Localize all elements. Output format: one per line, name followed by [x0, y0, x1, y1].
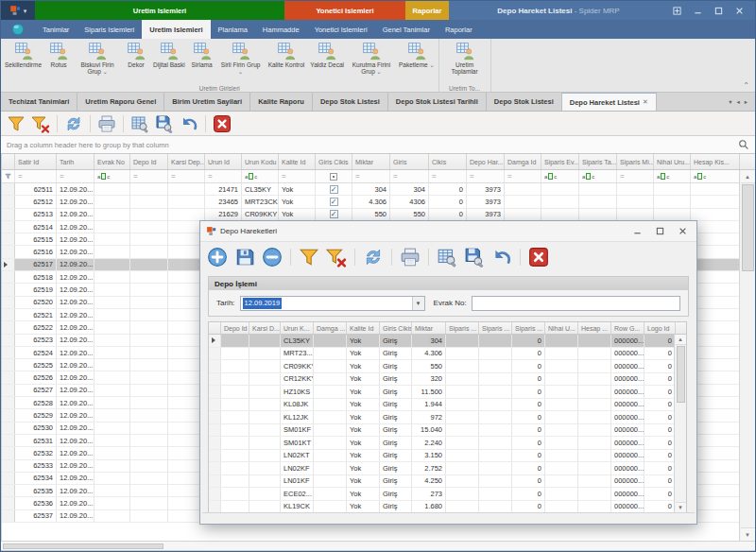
cell-s3[interactable]: 0 — [512, 411, 545, 423]
cell-damga[interactable] — [314, 411, 347, 423]
cell-satir[interactable]: 62525 — [15, 359, 57, 371]
scroll-up-icon[interactable]: ▲ — [741, 170, 755, 183]
cell-kalite[interactable]: Yok — [347, 373, 380, 386]
cell-depo[interactable] — [221, 488, 249, 500]
cell-logo[interactable]: 0 — [644, 462, 676, 474]
cell-hesap[interactable] — [691, 497, 740, 509]
cell-urun[interactable]: MRT23... — [281, 348, 314, 360]
cell-evrak[interactable] — [94, 209, 130, 220]
cell-satir[interactable]: 62518 — [15, 271, 57, 283]
ribbon-button-sekillendirme[interactable]: Sekillendirme — [2, 41, 44, 82]
cell-miktar[interactable]: 972 — [412, 411, 446, 423]
cell-s1[interactable] — [446, 360, 479, 372]
cell-depo[interactable] — [130, 196, 168, 207]
scrollbar-thumb[interactable] — [742, 184, 754, 271]
filter-cell-kalite[interactable]: = — [279, 170, 316, 182]
doc-tab-uretim-raporu-genel[interactable]: Uretim Raporu Genel — [77, 93, 164, 111]
cell-urun_id[interactable]: 21629 — [205, 209, 242, 220]
cell-karsi[interactable] — [249, 462, 281, 474]
table-row[interactable]: KL12JKYokGiriş9720000000...0 — [209, 411, 686, 424]
column-header-karsi[interactable]: Karsi Dep... — [168, 154, 205, 169]
search-icon[interactable] — [738, 139, 749, 150]
cell-satir[interactable]: 62536 — [15, 497, 57, 509]
cell-s2[interactable] — [479, 360, 512, 372]
cell-s1[interactable] — [446, 424, 479, 437]
cell-depo[interactable] — [221, 450, 249, 462]
cell-hesap[interactable] — [691, 183, 740, 195]
cell-karsi[interactable] — [249, 501, 281, 513]
cell-urun[interactable]: KL12JK — [281, 411, 314, 423]
cell-rowg[interactable]: 000000... — [611, 335, 644, 347]
cell-hesap[interactable] — [691, 435, 740, 446]
cell-kalite[interactable]: Yok — [347, 437, 380, 449]
table-row[interactable]: CL35KYYokGiriş3040000000...0 — [209, 335, 686, 348]
cell-s1[interactable] — [446, 501, 479, 513]
cell-hesap[interactable] — [578, 488, 611, 500]
save-export-button[interactable] — [463, 246, 486, 268]
cell-karsi[interactable] — [249, 348, 281, 360]
cell-damga[interactable] — [314, 437, 347, 449]
cell-urun[interactable]: KL08JK — [281, 399, 314, 411]
cell-gc[interactable]: Giriş — [380, 424, 412, 437]
column-header-hesap[interactable]: Hesap Kis... — [691, 154, 740, 169]
cell-miktar[interactable]: 4.250 — [412, 475, 446, 488]
cell-evrak[interactable] — [94, 497, 130, 509]
filter-cell-urun_id[interactable]: = — [205, 170, 242, 182]
cell-depo[interactable] — [130, 284, 168, 295]
cell-depo_har[interactable]: 3973 — [467, 209, 505, 220]
cell-satir[interactable]: 62535 — [15, 485, 57, 496]
cell-satir[interactable]: 62515 — [15, 233, 57, 245]
close-button[interactable] — [730, 4, 747, 17]
refresh-button[interactable] — [362, 246, 385, 268]
table-row[interactable]: SM01KFYokGiriş15.0400000000...0 — [209, 424, 686, 438]
cell-siparis_ta[interactable] — [579, 209, 617, 220]
cell-gc[interactable]: Giriş — [380, 501, 412, 513]
cell-tarih[interactable]: 12.09.20... — [57, 397, 94, 408]
cell-evrak[interactable] — [94, 447, 130, 458]
cell-s3[interactable]: 0 — [512, 399, 545, 411]
cell-depo[interactable] — [221, 373, 249, 386]
table-row[interactable]: CR09KKYYokGiriş5500000000...0 — [209, 360, 686, 373]
cell-damga[interactable] — [314, 475, 347, 488]
cell-hesap[interactable] — [691, 510, 740, 522]
table-row[interactable]: LN02KFYokGiriş2.7520000000...0 — [209, 462, 686, 475]
cell-s1[interactable] — [446, 335, 479, 347]
cell-rowg[interactable]: 000000... — [611, 386, 644, 398]
cell-satir[interactable]: 62516 — [15, 246, 57, 257]
undo-button[interactable] — [179, 113, 199, 134]
cell-kalite[interactable]: Yok — [347, 424, 380, 437]
cell-depo[interactable] — [130, 423, 168, 434]
cell-hesap[interactable] — [578, 437, 611, 449]
cell-evrak[interactable] — [94, 359, 130, 371]
cell-s2[interactable] — [479, 488, 512, 500]
cell-tarih[interactable]: 12.09.20... — [57, 485, 94, 496]
column-header-tarih[interactable]: Tarih — [57, 154, 94, 169]
cell-depo[interactable] — [221, 462, 249, 474]
filter-cell-urun_kodu[interactable]: ac — [242, 170, 279, 182]
cell-logo[interactable]: 0 — [644, 475, 676, 488]
cell-depo[interactable] — [130, 183, 168, 195]
table-row[interactable]: KL19CKYokGiriş1.6800000000...0 — [209, 501, 686, 514]
cell-urun_kodu[interactable]: CL35KY — [242, 183, 279, 195]
cell-tarih[interactable]: 12.09.20... — [57, 347, 94, 358]
cell-s2[interactable] — [479, 450, 512, 462]
cell-s2[interactable] — [479, 437, 512, 449]
cell-s3[interactable]: 0 — [512, 462, 545, 474]
cell-rowg[interactable]: 000000... — [611, 501, 644, 513]
cell-s3[interactable]: 0 — [512, 450, 545, 462]
table-row[interactable]: LN01KFYokGiriş4.2500000000...0 — [209, 475, 686, 489]
table-row[interactable]: CR12KKYYokGiriş3200000000...0 — [209, 373, 686, 387]
close-dialog-button[interactable] — [527, 246, 550, 268]
cell-giris_cikis[interactable]: ✓ — [316, 183, 352, 195]
cell-hesap[interactable] — [691, 297, 740, 308]
cell-nihai[interactable] — [545, 348, 578, 360]
cell-depo[interactable] — [221, 475, 249, 488]
cell-satir[interactable]: 62512 — [15, 196, 57, 207]
cell-evrak[interactable] — [94, 271, 130, 283]
cell-depo[interactable] — [221, 424, 249, 437]
cell-urun_kodu[interactable]: CR09KKY — [242, 209, 279, 220]
cell-nihai[interactable] — [545, 373, 578, 386]
cell-depo[interactable] — [130, 497, 168, 509]
cell-hesap[interactable] — [691, 473, 740, 484]
cell-depo[interactable] — [130, 359, 168, 371]
